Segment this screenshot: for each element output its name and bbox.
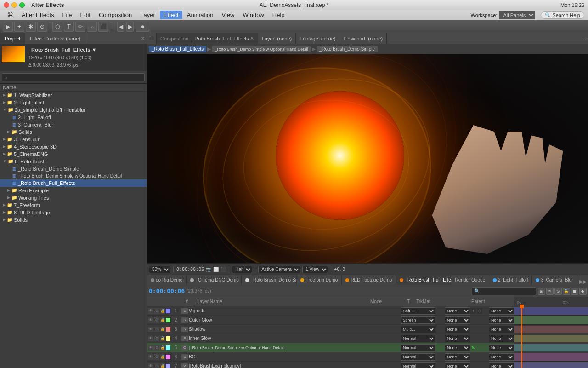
tl-tab[interactable]: 3_Camera_Blur <box>532 275 577 285</box>
tl-tab[interactable]: eo Rig Demo <box>147 275 187 285</box>
blend-mode-dropdown[interactable]: Normal <box>401 353 435 361</box>
tl-tab[interactable]: RED Footage Demo <box>342 275 396 285</box>
layer-visibility[interactable]: 👁 <box>148 308 153 314</box>
layer-lock[interactable]: 🔒 <box>160 308 165 314</box>
layer-lock[interactable]: 🔒 <box>160 317 165 323</box>
maximize-button[interactable] <box>19 2 25 8</box>
layer-solo[interactable]: ⊙ <box>154 336 159 341</box>
motion-blur-switch[interactable]: ◎ <box>477 308 482 314</box>
tl-tab-active[interactable]: _Roto Brush_Full_Effects <box>396 275 451 285</box>
lock-toggle[interactable]: 🔒 <box>563 288 570 295</box>
minimize-button[interactable] <box>11 2 17 8</box>
label-toggle[interactable]: ◼ <box>571 288 578 295</box>
tab-effect-controls[interactable]: Effect Controls: (none) <box>25 33 85 44</box>
workspace-dropdown[interactable]: All Panels <box>499 11 535 19</box>
project-search-input[interactable] <box>2 73 145 81</box>
trkmat-dropdown[interactable]: None <box>445 362 470 368</box>
layer-lock[interactable]: 🔒 <box>160 336 165 341</box>
list-item[interactable]: ▶ 📁 Solids <box>0 128 147 136</box>
trkmat-dropdown[interactable]: None <box>445 326 470 333</box>
tl-tab[interactable]: Freeform Demo <box>297 275 342 285</box>
show-alpha-btn[interactable]: ⬜ <box>213 267 219 272</box>
keyframe-toggle[interactable]: ◆ <box>579 288 587 295</box>
layer-visibility[interactable]: 👁 <box>148 354 153 360</box>
layer-search-input[interactable] <box>472 287 536 295</box>
trkmat-dropdown[interactable]: None <box>445 335 470 342</box>
blend-mode-dropdown[interactable]: Normal <box>401 335 435 342</box>
rotation-tool[interactable]: ✦ <box>14 22 24 32</box>
menu-layer[interactable]: Layer <box>136 11 159 19</box>
panel-close[interactable]: ✕ <box>141 36 145 41</box>
text-tool[interactable]: T <box>64 22 74 32</box>
toggle-modes[interactable]: ≡ <box>546 288 554 295</box>
menu-apple[interactable]: ⌘ <box>4 11 17 19</box>
fx-enabled[interactable]: fx <box>470 345 476 351</box>
list-item[interactable]: ▶ 📁 8_RED Footage <box>0 209 147 216</box>
list-item[interactable]: ▶ 📁 4_Stereoscopic 3D <box>0 143 147 150</box>
parent-dropdown[interactable]: None <box>489 362 514 368</box>
layer-visibility[interactable]: 👁 <box>148 345 153 351</box>
blend-mode-dropdown[interactable]: Normal <box>401 362 435 368</box>
breadcrumb-item[interactable]: _Roto Brush_Full_Effects <box>149 46 206 52</box>
layer-solo[interactable]: ⊙ <box>154 363 159 368</box>
brush-tool[interactable]: ⬛ <box>98 22 108 32</box>
list-item[interactable]: ▼ 📁 2a_simple Lightfalloff + lensblur <box>0 106 147 114</box>
trkmat-dropdown[interactable]: None <box>445 316 470 324</box>
blend-mode-dropdown[interactable]: Multi... <box>401 326 435 333</box>
parent-dropdown[interactable]: None <box>489 353 514 361</box>
menu-help[interactable]: Help <box>269 11 288 19</box>
close-button[interactable] <box>4 2 9 8</box>
layer-lock[interactable]: 🔒 <box>160 327 165 332</box>
layer-solo[interactable]: ⊙ <box>154 327 159 332</box>
menu-window[interactable]: Window <box>239 11 268 19</box>
list-item[interactable]: ▧ _Roto Brush_Demo Simple w Optional Han… <box>0 172 147 179</box>
bg-color-btn[interactable]: ⬛ <box>220 267 226 272</box>
shape-tool[interactable]: ⬡ <box>52 22 62 32</box>
snapshot-btn[interactable]: 📷 <box>206 267 211 272</box>
blend-mode-dropdown[interactable]: Normal <box>401 344 435 351</box>
solo-toggle[interactable]: ⊙ <box>554 288 562 295</box>
comp-panel-menu[interactable]: ≡ <box>582 36 588 41</box>
layer-visibility[interactable]: 👁 <box>148 336 153 341</box>
layer-solo[interactable]: ⊙ <box>154 317 159 323</box>
list-item[interactable]: ▶ 📁 7_Freeform <box>0 201 147 209</box>
parent-dropdown[interactable]: None <box>489 335 514 342</box>
tl-tab[interactable]: _Roto Brush_Demo Simple <box>242 275 297 285</box>
layer-visibility[interactable]: 👁 <box>148 327 153 332</box>
menu-view[interactable]: View <box>218 11 238 19</box>
selection-tool[interactable]: ▶ <box>3 22 13 32</box>
fx-switch[interactable]: f <box>470 308 476 314</box>
layer-panel-tab[interactable]: Layer: (none) <box>258 33 296 44</box>
list-item-selected[interactable]: ▧ _Roto Brush_Full_Effects <box>0 179 147 187</box>
footage-panel-tab[interactable]: Footage: (none) <box>296 33 339 44</box>
timecode-display[interactable]: 0:00:00:06 <box>176 267 204 272</box>
pen-tool[interactable]: ✏ <box>75 22 85 32</box>
layer-lock[interactable]: 🔒 <box>160 363 165 368</box>
list-item[interactable]: ▶ 📁 Working Files <box>0 194 147 201</box>
parent-dropdown[interactable]: None <box>489 344 514 351</box>
layer-name[interactable]: [RotoBrushExample.mov] <box>189 363 401 368</box>
parent-dropdown[interactable]: None <box>489 316 514 324</box>
parent-dropdown[interactable]: None <box>489 307 514 315</box>
anchor-point-tool[interactable]: ✱ <box>26 22 36 32</box>
list-item[interactable]: ▶ 📁 3_LensBlur <box>0 136 147 143</box>
layer-lock[interactable]: 🔒 <box>160 354 165 360</box>
views-dropdown[interactable]: 1 View <box>302 266 328 273</box>
next-frame[interactable]: ▶ <box>126 22 134 32</box>
breadcrumb-item[interactable]: _Roto Brush_Demo Simple <box>317 46 378 52</box>
trkmat-dropdown[interactable]: None <box>445 344 470 351</box>
list-item[interactable]: ▶ 📁 1_WarpStabilizer <box>0 92 147 99</box>
list-item[interactable]: ▧ _Roto Brush_Demo Simple <box>0 165 147 172</box>
tl-tab[interactable]: _Cinema DNG Demo <box>187 275 242 285</box>
mask-tool[interactable]: ⬦ <box>87 22 97 32</box>
layer-solo[interactable]: ⊙ <box>154 354 159 360</box>
breadcrumb-item[interactable]: _Roto Brush_Demo Simple w Optional Hand … <box>212 46 311 52</box>
menu-composition[interactable]: Composition <box>95 11 136 19</box>
layer-name[interactable]: BG <box>189 354 401 359</box>
menu-animation[interactable]: Animation <box>183 11 217 19</box>
comp-tab-name[interactable]: Composition: _Roto Brush_Full_Effects ✕ <box>157 33 258 44</box>
layer-solo[interactable]: ⊙ <box>154 345 159 351</box>
list-item[interactable]: ▧ 3_Camera_Blur <box>0 121 147 128</box>
list-item[interactable]: ▶ 📁 5_CinemaDNG <box>0 150 147 158</box>
layer-visibility[interactable]: 👁 <box>148 363 153 368</box>
